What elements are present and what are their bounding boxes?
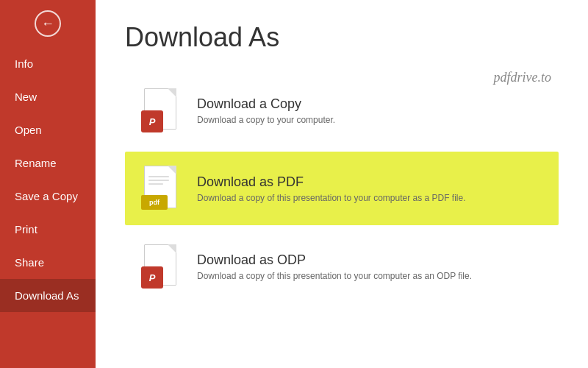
download-copy-icon: P [138,85,182,135]
sidebar-item-save-a-copy[interactable]: Save a Copy [0,180,96,213]
download-pdf-text: Download as PDF Download a copy of this … [197,174,466,203]
main-content: Download As pdfdrive.to P Download a Cop… [96,0,588,368]
download-odp-option[interactable]: P Download as ODP Download a copy of thi… [125,230,559,303]
download-copy-text: Download a Copy Download a copy to your … [197,96,335,125]
sidebar: ← Info New Open Rename Save a Copy Print… [0,0,96,368]
back-circle-icon: ← [35,10,61,37]
download-copy-title: Download a Copy [197,96,335,112]
download-odp-desc: Download a copy of this presentation to … [197,271,472,281]
download-odp-icon: P [138,241,182,291]
sidebar-item-new[interactable]: New [0,80,96,113]
download-odp-text: Download as ODP Download a copy of this … [197,252,472,281]
sidebar-item-share[interactable]: Share [0,246,96,279]
page-title: Download As [125,22,559,53]
sidebar-item-open[interactable]: Open [0,113,96,146]
download-copy-option[interactable]: P Download a Copy Download a copy to you… [125,74,559,147]
download-pdf-icon: pdf [138,163,182,213]
download-pdf-option[interactable]: pdf Download as PDF Download a copy of t… [125,152,559,225]
sidebar-item-download-as[interactable]: Download As [0,279,96,312]
sidebar-item-rename[interactable]: Rename [0,146,96,180]
download-pdf-desc: Download a copy of this presentation to … [197,193,466,203]
download-odp-title: Download as ODP [197,252,472,268]
sidebar-item-print[interactable]: Print [0,213,96,246]
back-button[interactable]: ← [0,0,96,47]
sidebar-item-info[interactable]: Info [0,47,96,80]
download-copy-desc: Download a copy to your computer. [197,115,335,125]
download-pdf-title: Download as PDF [197,174,466,190]
